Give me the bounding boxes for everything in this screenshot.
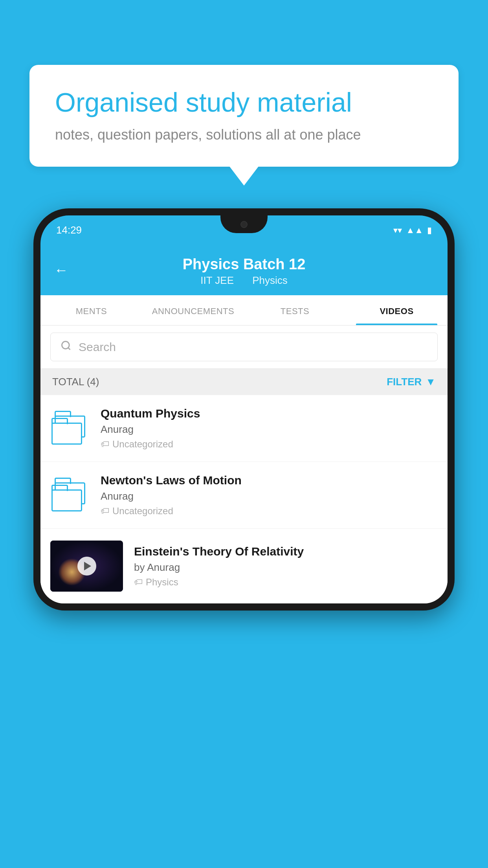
- video-author: Anurag: [101, 490, 438, 502]
- camera-dot: [240, 221, 248, 228]
- video-title: Einstein's Theory Of Relativity: [134, 545, 438, 558]
- tabs-bar: MENTS ANNOUNCEMENTS TESTS VIDEOS: [40, 295, 448, 326]
- phone-screen: ← Physics Batch 12 IIT JEE Physics MENTS…: [40, 245, 448, 603]
- video-tag: 🏷 Uncategorized: [101, 439, 438, 450]
- tag-label: Physics: [146, 577, 178, 588]
- status-bar: 14:29 ▾▾ ▲▲ ▮: [40, 215, 448, 245]
- video-thumb-1: [50, 409, 90, 448]
- header-title: Physics Batch 12: [56, 256, 432, 273]
- video-thumbnail-3: [50, 541, 123, 592]
- filter-label: FILTER: [387, 376, 422, 388]
- tag-icon: 🏷: [134, 577, 143, 587]
- signal-icon: ▲▲: [406, 225, 423, 235]
- phone-mockup: 14:29 ▾▾ ▲▲ ▮ ← Physics Batch 12 IIT JEE…: [33, 208, 455, 868]
- battery-icon: ▮: [427, 225, 432, 235]
- video-author: by Anurag: [134, 561, 438, 574]
- tab-tests[interactable]: TESTS: [244, 295, 346, 325]
- tab-videos[interactable]: VIDEOS: [346, 295, 448, 325]
- video-info-2: Newton's Laws of Motion Anurag 🏷 Uncateg…: [101, 474, 438, 517]
- filter-button[interactable]: FILTER ▼: [387, 376, 436, 388]
- filter-icon: ▼: [426, 376, 436, 388]
- status-icons: ▾▾ ▲▲ ▮: [393, 225, 432, 235]
- tag-icon: 🏷: [101, 506, 109, 516]
- list-item[interactable]: Quantum Physics Anurag 🏷 Uncategorized: [40, 395, 448, 462]
- video-info-3: Einstein's Theory Of Relativity by Anura…: [134, 545, 438, 588]
- video-tag: 🏷 Uncategorized: [101, 506, 438, 517]
- folder-front: [51, 418, 82, 445]
- tag-label: Uncategorized: [112, 439, 173, 450]
- video-author: Anurag: [101, 423, 438, 436]
- tab-announcements[interactable]: ANNOUNCEMENTS: [142, 295, 244, 325]
- video-tag: 🏷 Physics: [134, 577, 438, 588]
- video-title: Newton's Laws of Motion: [101, 474, 438, 487]
- video-info-1: Quantum Physics Anurag 🏷 Uncategorized: [101, 407, 438, 450]
- search-container: Search: [40, 326, 448, 369]
- filter-bar: TOTAL (4) FILTER ▼: [40, 369, 448, 395]
- subtitle-physics: Physics: [252, 274, 288, 286]
- search-placeholder: Search: [79, 340, 116, 354]
- bubble-title: Organised study material: [55, 86, 433, 119]
- header-subtitle: IIT JEE Physics: [56, 274, 432, 287]
- list-item[interactable]: Einstein's Theory Of Relativity by Anura…: [40, 529, 448, 603]
- list-item[interactable]: Newton's Laws of Motion Anurag 🏷 Uncateg…: [40, 462, 448, 529]
- folder-icon: [51, 478, 89, 513]
- search-bar[interactable]: Search: [50, 333, 438, 361]
- app-header: ← Physics Batch 12 IIT JEE Physics: [40, 245, 448, 295]
- notch: [220, 215, 268, 233]
- speech-bubble: Organised study material notes, question…: [29, 65, 459, 167]
- video-list: Quantum Physics Anurag 🏷 Uncategorized: [40, 395, 448, 603]
- video-title: Quantum Physics: [101, 407, 438, 420]
- search-icon: [61, 340, 72, 354]
- tag-label: Uncategorized: [112, 506, 173, 517]
- video-thumb-2: [50, 476, 90, 515]
- folder-icon: [51, 411, 89, 446]
- wifi-icon: ▾▾: [393, 225, 402, 235]
- total-count: TOTAL (4): [52, 376, 99, 388]
- bubble-subtitle: notes, question papers, solutions all at…: [55, 127, 433, 143]
- subtitle-iitjee: IIT JEE: [200, 274, 234, 286]
- svg-point-0: [62, 342, 70, 349]
- tag-icon: 🏷: [101, 439, 109, 449]
- svg-line-1: [68, 348, 70, 349]
- phone-outer: 14:29 ▾▾ ▲▲ ▮ ← Physics Batch 12 IIT JEE…: [33, 208, 455, 611]
- status-time: 14:29: [56, 224, 82, 236]
- folder-front: [51, 485, 82, 511]
- back-button[interactable]: ←: [54, 262, 68, 278]
- play-icon: [84, 562, 91, 570]
- play-button[interactable]: [77, 557, 96, 576]
- tab-ments[interactable]: MENTS: [40, 295, 142, 325]
